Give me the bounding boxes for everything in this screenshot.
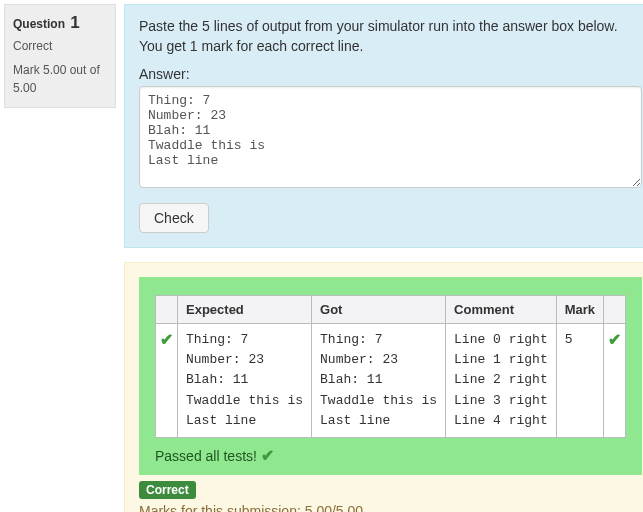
question-content-panel: Paste the 5 lines of output from your si… [124, 4, 643, 248]
comment-cell: Line 0 right Line 1 right Line 2 right L… [454, 330, 548, 431]
marks-for-submission: Marks for this submission: 5.00/5.00. [139, 503, 642, 512]
col-expected: Expected [178, 296, 312, 324]
expected-cell: Thing: 7 Number: 23 Blah: 11 Twaddle thi… [186, 330, 303, 431]
answer-input[interactable] [139, 86, 642, 188]
check-icon: ✔ [261, 446, 274, 465]
passed-text: Passed all tests! [155, 448, 257, 464]
question-info-panel: Question 1 Correct Mark 5.00 out of 5.00 [4, 4, 116, 108]
check-icon: ✔ [608, 330, 621, 349]
col-blank-right [604, 296, 626, 324]
table-row: ✔ Thing: 7 Number: 23 Blah: 11 Twaddle t… [156, 324, 626, 438]
question-label: Question [13, 17, 65, 31]
result-wrap: Expected Got Comment Mark ✔ Thing: 7 Num… [139, 277, 642, 475]
col-mark: Mark [556, 296, 603, 324]
question-mark-summary: Mark 5.00 out of 5.00 [13, 61, 107, 97]
correct-badge: Correct [139, 481, 196, 499]
result-table: Expected Got Comment Mark ✔ Thing: 7 Num… [155, 295, 626, 438]
check-button[interactable]: Check [139, 203, 209, 233]
question-number: 1 [70, 13, 79, 32]
question-text: Paste the 5 lines of output from your si… [139, 17, 642, 56]
col-got: Got [312, 296, 446, 324]
mark-cell: 5 [565, 330, 595, 350]
answer-label: Answer: [139, 66, 642, 82]
passed-message: Passed all tests! ✔ [155, 446, 626, 465]
check-icon: ✔ [160, 330, 173, 349]
col-blank-left [156, 296, 178, 324]
outcome-panel: Expected Got Comment Mark ✔ Thing: 7 Num… [124, 262, 643, 512]
col-comment: Comment [446, 296, 557, 324]
question-state: Correct [13, 39, 107, 53]
got-cell: Thing: 7 Number: 23 Blah: 11 Twaddle thi… [320, 330, 437, 431]
